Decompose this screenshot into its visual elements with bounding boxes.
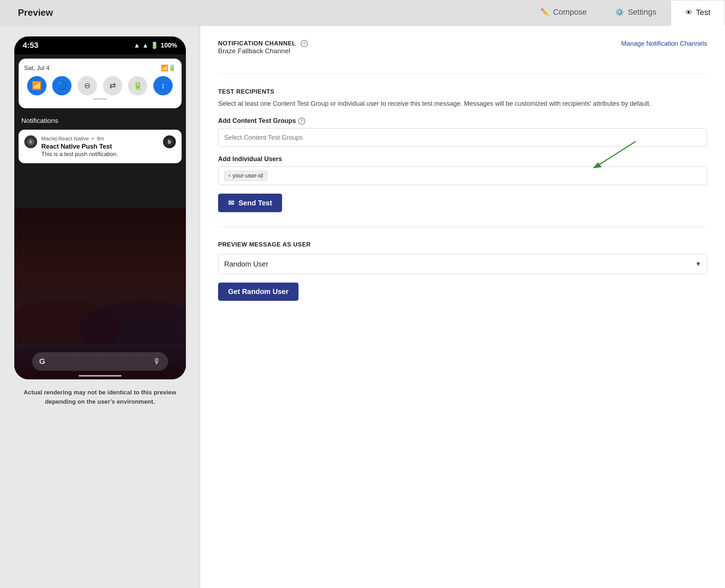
- preview-caption: Actual rendering may not be identical to…: [21, 388, 179, 406]
- pencil-icon: ✏️: [541, 8, 549, 16]
- rotation-toggle[interactable]: ⇄: [103, 76, 122, 95]
- tab-settings-label: Settings: [628, 8, 656, 17]
- phone-date: Sat, Jul 4: [24, 65, 50, 72]
- wifi-toggle[interactable]: 📶: [27, 76, 46, 95]
- test-recipients-description: Select at least one Content Test Group o…: [218, 99, 707, 109]
- right-panel: NOTIFICATION CHANNEL ? Braze Fallback Ch…: [200, 26, 725, 588]
- phone-time: 4:53: [23, 41, 39, 50]
- test-recipients-label: TEST RECIPIENTS: [218, 88, 707, 95]
- notification-channel-left: NOTIFICATION CHANNEL ? Braze Fallback Ch…: [218, 40, 308, 56]
- eye-icon: 👁: [685, 9, 692, 17]
- quick-settings: 📶 🔵 ⊖ ⇄ 🔋 ↕: [24, 76, 176, 95]
- top-bar: Preview ✏️ Compose ⚙️ Settings 👁 Test: [0, 0, 725, 26]
- notification-channel-help-icon[interactable]: ?: [301, 40, 308, 47]
- phone-date-row: Sat, Jul 4 📶🔋: [24, 64, 176, 72]
- get-random-user-label: Get Random User: [228, 288, 288, 295]
- svg-text:b: b: [29, 139, 32, 144]
- manage-notification-channels-link[interactable]: Manage Notification Channels: [621, 40, 707, 48]
- google-search-bar[interactable]: G 🎙: [32, 352, 168, 371]
- notification-channel-section: NOTIFICATION CHANNEL ? Braze Fallback Ch…: [218, 40, 707, 74]
- notif-app-name: Maciej React Native: [41, 135, 89, 141]
- send-test-label: Send Test: [238, 199, 272, 207]
- dnd-icon: ⊖: [84, 81, 90, 90]
- gear-icon: ⚙️: [615, 8, 624, 16]
- tab-compose-label: Compose: [553, 8, 587, 17]
- envelope-icon: ✉: [228, 199, 234, 207]
- battery-saver-toggle[interactable]: 🔋: [128, 76, 147, 95]
- cell-signal-icon: ▲: [142, 42, 149, 49]
- drag-handle: [93, 98, 107, 100]
- add-groups-label: Add Content Test Groups ?: [218, 117, 707, 125]
- wifi-signal-icon: ▲: [134, 42, 140, 49]
- svg-text:b: b: [168, 139, 171, 145]
- notif-time: 9m: [97, 135, 104, 141]
- main-content: 4:53 ▲ ▲ 🔋 100% Sat, Jul 4 📶🔋 📶: [0, 26, 725, 588]
- data-icon: ↕: [161, 81, 165, 90]
- phone-mockup: 4:53 ▲ ▲ 🔋 100% Sat, Jul 4 📶🔋 📶: [14, 36, 186, 379]
- preview-panel: 4:53 ▲ ▲ 🔋 100% Sat, Jul 4 📶🔋 📶: [0, 26, 200, 588]
- content-test-groups-input[interactable]: [218, 128, 707, 147]
- notifications-label: Notifications: [14, 113, 186, 127]
- arrow-container: × your-user-id: [218, 166, 707, 185]
- tab-test-label: Test: [696, 8, 710, 17]
- tag-close-icon[interactable]: ×: [228, 173, 231, 179]
- google-logo: G: [39, 357, 45, 366]
- bluetooth-toggle[interactable]: 🔵: [52, 76, 71, 95]
- phone-status-bar: 4:53 ▲ ▲ 🔋 100%: [14, 36, 186, 54]
- tab-group: ✏️ Compose ⚙️ Settings 👁 Test: [526, 0, 725, 25]
- notif-app-icon: b: [24, 135, 37, 148]
- notif-content: Maciej React Native • 9m React Native Pu…: [41, 135, 159, 158]
- dnd-toggle[interactable]: ⊖: [78, 76, 97, 95]
- notification-channel-title-row: NOTIFICATION CHANNEL ?: [218, 40, 308, 47]
- get-random-user-button[interactable]: Get Random User: [218, 283, 299, 301]
- bluetooth-icon: 🔵: [57, 81, 67, 90]
- notification-channel-header-row: NOTIFICATION CHANNEL ? Braze Fallback Ch…: [218, 40, 707, 56]
- notif-braze-icon: b: [163, 135, 176, 148]
- notification-channel-value: Braze Fallback Channel: [218, 47, 308, 55]
- add-users-label: Add Individual Users: [218, 155, 707, 163]
- notification-card: b Maciej React Native • 9m React Native …: [19, 130, 182, 163]
- notif-header: Maciej React Native • 9m: [41, 135, 159, 141]
- send-test-button[interactable]: ✉ Send Test: [218, 194, 282, 212]
- notif-title: React Native Push Test: [41, 143, 159, 150]
- tab-compose[interactable]: ✏️ Compose: [526, 0, 601, 25]
- test-recipients-section: TEST RECIPIENTS Select at least one Cont…: [218, 88, 707, 227]
- landscape-silhouette: [14, 272, 186, 344]
- preview-as-user-label: PREVIEW MESSAGE AS USER: [218, 241, 707, 248]
- user-id-tag: × your-user-id: [224, 171, 267, 181]
- preview-as-user-section: PREVIEW MESSAGE AS USER Random User Spec…: [218, 241, 707, 315]
- phone-notification-area: Sat, Jul 4 📶🔋 📶 🔵 ⊖ ⇄: [19, 59, 182, 108]
- individual-users-input[interactable]: × your-user-id: [218, 166, 707, 185]
- status-icons: ▲ ▲ 🔋 100%: [134, 41, 177, 49]
- add-groups-help-icon[interactable]: ?: [298, 118, 305, 125]
- page-title: Preview: [7, 0, 64, 25]
- google-mic-icon: 🎙: [153, 357, 161, 366]
- preview-user-select-wrapper: Random User Specific User ▼: [218, 254, 707, 274]
- wifi-icon: 📶: [32, 81, 41, 90]
- preview-title: Preview: [18, 7, 53, 18]
- tab-settings[interactable]: ⚙️ Settings: [601, 0, 671, 25]
- tab-test[interactable]: 👁 Test: [671, 0, 725, 26]
- preview-user-select[interactable]: Random User Specific User: [218, 254, 707, 274]
- battery-level: 100%: [161, 42, 177, 49]
- rotation-icon: ⇄: [109, 81, 116, 90]
- phone-home-indicator: [79, 375, 122, 377]
- notification-channel-label: NOTIFICATION CHANNEL: [218, 40, 296, 47]
- battery-saver-icon: 🔋: [133, 81, 143, 90]
- data-toggle[interactable]: ↕: [153, 76, 173, 95]
- user-tag-value: your-user-id: [232, 173, 263, 179]
- status-icons-small: 📶🔋: [161, 64, 176, 72]
- battery-icon: 🔋: [151, 41, 158, 49]
- phone-bottom-bar-area: G 🎙: [14, 337, 186, 379]
- notif-body: This is a test push notification.: [41, 151, 159, 158]
